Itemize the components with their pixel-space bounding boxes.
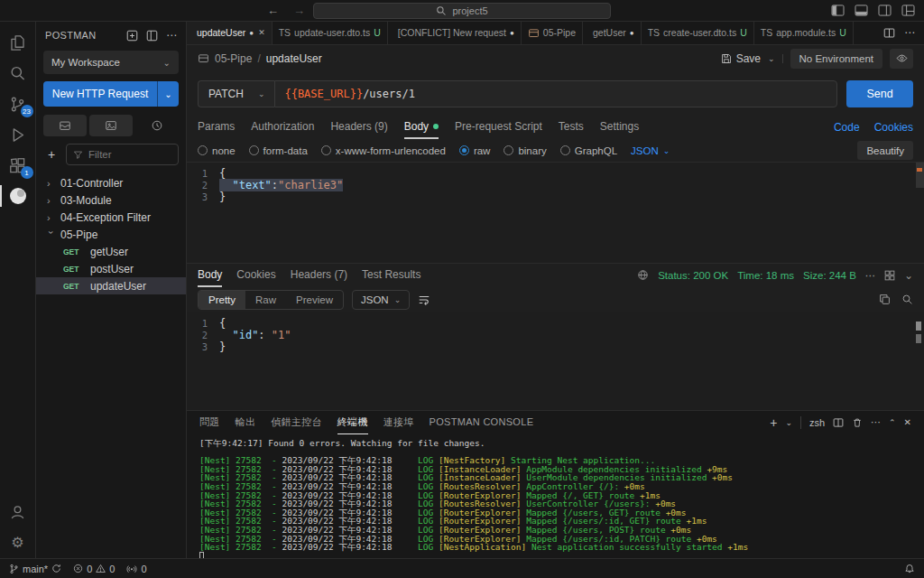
new-http-request-button[interactable]: New HTTP Request	[43, 81, 157, 107]
close-panel-icon[interactable]: ✕	[904, 417, 911, 427]
command-center-search[interactable]: project5	[313, 3, 611, 19]
url-input[interactable]: {{BASE_URL}}/users/1	[274, 80, 837, 107]
panel-more-icon[interactable]: ⋯	[871, 416, 881, 428]
run-debug-icon[interactable]	[0, 119, 36, 150]
body-type-option[interactable]: form-data	[249, 145, 308, 156]
close-tab-icon[interactable]: ✕	[258, 28, 265, 37]
code-link[interactable]: Code	[834, 121, 860, 134]
editor-tab[interactable]: getUser●	[583, 22, 642, 44]
new-request-icon[interactable]	[126, 30, 138, 42]
request-tab-tests[interactable]: Tests	[559, 116, 584, 139]
filter-input[interactable]: Filter	[66, 144, 179, 165]
problems-item[interactable]: 0 0	[73, 564, 115, 574]
terminal-profile-dropdown-icon[interactable]: ⌄	[785, 418, 792, 427]
editor-more-icon[interactable]: ⋯	[904, 26, 915, 39]
view-layout-icon[interactable]	[146, 30, 158, 42]
save-button[interactable]: Save	[721, 52, 761, 65]
language-select[interactable]: JSON ⌄	[631, 145, 670, 156]
request-item[interactable]: GETgetUser	[36, 243, 186, 260]
terminal-shell-label[interactable]: zsh	[809, 417, 825, 428]
explorer-icon[interactable]	[0, 27, 36, 58]
accounts-icon[interactable]	[0, 497, 36, 527]
request-tab-authorization[interactable]: Authorization	[251, 116, 314, 139]
send-button[interactable]: Send	[846, 80, 913, 107]
response-tab-body[interactable]: Body	[198, 264, 222, 287]
response-tab-headers-[interactable]: Headers (7)	[291, 264, 347, 287]
editor-tab[interactable]: [CONFLICT] New request●	[388, 22, 522, 44]
view-toggle-pretty[interactable]: Pretty	[199, 291, 245, 309]
collection-item[interactable]: ›05-Pipe	[36, 226, 186, 243]
notifications-bell-icon[interactable]	[904, 564, 915, 574]
response-tab-cookies[interactable]: Cookies	[236, 264, 275, 287]
panel-tab[interactable]: 終端機	[337, 411, 368, 434]
search-response-icon[interactable]	[901, 294, 913, 305]
response-language-select[interactable]: JSON ⌄	[352, 290, 410, 310]
request-tab-headers-[interactable]: Headers (9)	[330, 116, 387, 139]
editor-tab[interactable]: TSupdate-user.dto.tsU	[273, 22, 388, 44]
request-item[interactable]: GETpostUser	[36, 260, 186, 277]
split-editor-icon[interactable]	[883, 27, 895, 39]
add-icon[interactable]: +	[43, 146, 60, 163]
scrollbar-thumb[interactable]	[916, 163, 924, 188]
workspace-select[interactable]: My Workspace ⌄	[43, 51, 179, 74]
request-tab-pre-request-script[interactable]: Pre-request Script	[455, 116, 542, 139]
body-type-option[interactable]: GraphQL	[560, 145, 617, 156]
request-tab-settings[interactable]: Settings	[600, 116, 639, 139]
panel-tab[interactable]: 問題	[199, 411, 220, 434]
toggle-sidebar-icon[interactable]	[831, 5, 845, 16]
postman-view-icon[interactable]	[0, 181, 36, 211]
git-branch-item[interactable]: main*	[9, 564, 61, 574]
split-terminal-icon[interactable]	[833, 417, 844, 428]
settings-gear-icon[interactable]: ⚙	[0, 527, 36, 558]
new-terminal-icon[interactable]: +	[770, 415, 777, 430]
collection-item[interactable]: ›01-Controller	[36, 174, 186, 191]
open-panel-icon[interactable]	[884, 270, 895, 281]
body-type-option[interactable]: binary	[504, 145, 546, 156]
collection-item[interactable]: ›03-Module	[36, 191, 186, 209]
new-request-dropdown[interactable]: ⌄	[157, 81, 179, 107]
breadcrumb[interactable]: 05-Pipe / updateUser	[198, 52, 721, 65]
history-tab-icon[interactable]	[135, 115, 179, 136]
maximize-panel-icon[interactable]: ⌃	[889, 418, 896, 427]
response-tab-test-results[interactable]: Test Results	[362, 264, 420, 287]
response-more-icon[interactable]: ⋯	[865, 269, 876, 282]
panel-tab[interactable]: 輸出	[236, 411, 256, 434]
kill-terminal-icon[interactable]	[852, 417, 863, 428]
toggle-secondary-sidebar-icon[interactable]	[878, 5, 892, 16]
view-toggle-preview[interactable]: Preview	[286, 291, 343, 309]
view-toggle-raw[interactable]: Raw	[245, 291, 286, 309]
panel-tab[interactable]: 偵錯主控台	[271, 411, 322, 434]
search-view-icon[interactable]	[0, 58, 36, 89]
beautify-button[interactable]: Beautify	[857, 141, 913, 160]
nav-forward-icon[interactable]: →	[293, 3, 305, 18]
collection-item[interactable]: ›04-Exception Filter	[36, 209, 186, 226]
cookies-link[interactable]: Cookies	[874, 121, 913, 134]
copy-icon[interactable]	[879, 294, 891, 305]
request-tab-body[interactable]: Body	[404, 116, 439, 139]
more-actions-icon[interactable]: ⋯	[166, 29, 177, 42]
environments-tab-icon[interactable]	[89, 115, 133, 136]
response-body-editor[interactable]: 1{ 2 "id": "1" 3}	[187, 312, 924, 410]
editor-tab[interactable]: updateUser●✕	[187, 22, 273, 44]
body-type-option[interactable]: x-www-form-urlencoded	[321, 145, 446, 156]
request-body-editor[interactable]: 1{ 2 "text":"charlie3" 3}	[187, 162, 924, 263]
extensions-icon[interactable]: 1	[0, 150, 36, 181]
source-control-icon[interactable]: 23	[0, 89, 36, 119]
nav-back-icon[interactable]: ←	[267, 3, 279, 18]
save-dropdown-icon[interactable]: ⌄	[768, 54, 783, 63]
editor-tab[interactable]: TSapp.module.tsU	[754, 22, 854, 44]
environment-select[interactable]: No Environment	[790, 49, 882, 69]
wrap-text-icon[interactable]	[418, 294, 430, 306]
toggle-panel-icon[interactable]	[855, 5, 868, 16]
panel-tab[interactable]: POSTMAN CONSOLE	[430, 411, 534, 434]
ports-item[interactable]: 0	[126, 564, 146, 574]
panel-tab[interactable]: 連接埠	[383, 411, 414, 434]
editor-tab[interactable]: 05-Pipe	[522, 22, 583, 44]
method-select[interactable]: PATCH ⌄	[198, 80, 274, 107]
collapse-response-icon[interactable]: ⌄	[904, 269, 913, 282]
request-item[interactable]: GETupdateUser	[36, 277, 186, 294]
body-type-option[interactable]: none	[198, 145, 236, 156]
editor-tab[interactable]: TScreate-user.dto.tsU	[642, 22, 754, 44]
terminal-output[interactable]: [下午9:42:17] Found 0 errors. Watching for…	[187, 434, 924, 558]
request-tab-params[interactable]: Params	[198, 116, 235, 139]
